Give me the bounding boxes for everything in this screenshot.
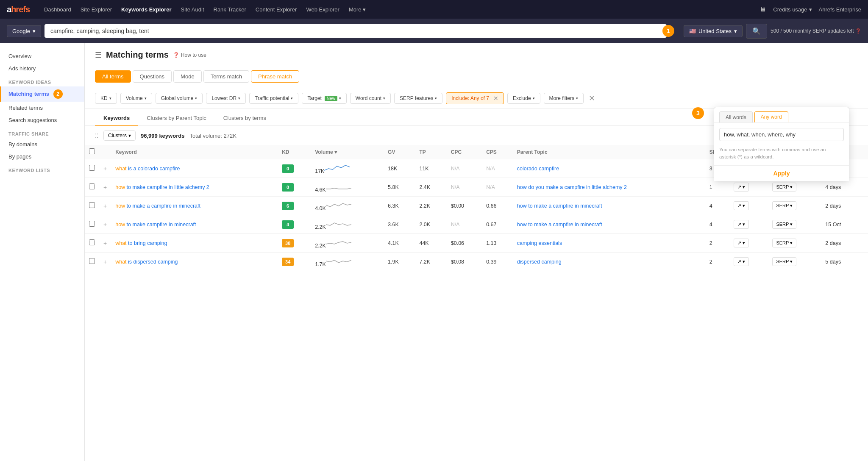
nav-content-explorer[interactable]: Content Explorer bbox=[251, 5, 301, 14]
tab-questions[interactable]: Questions bbox=[133, 70, 172, 83]
tab-phrase-match[interactable]: Phrase match bbox=[251, 70, 299, 83]
ahrefs-logo[interactable]: ahrefs bbox=[7, 5, 30, 14]
nav-web-explorer[interactable]: Web Explorer bbox=[302, 5, 344, 14]
th-kd[interactable]: KD bbox=[278, 145, 311, 159]
th-volume[interactable]: Volume ▾ bbox=[311, 145, 384, 159]
row-checkbox[interactable] bbox=[89, 165, 95, 171]
parent-topic-link[interactable]: camping essentials bbox=[517, 240, 562, 246]
trend-button[interactable]: ↗ ▾ bbox=[734, 220, 749, 229]
keyword-link[interactable]: is dispersed camping bbox=[128, 259, 178, 265]
filter-volume[interactable]: Volume ▾ bbox=[120, 93, 152, 104]
th-keyword[interactable]: Keyword bbox=[111, 145, 278, 159]
sidebar-item-matching-terms[interactable]: Matching terms 2 bbox=[0, 86, 84, 102]
nav-rank-tracker[interactable]: Rank Tracker bbox=[209, 5, 250, 14]
serp-button[interactable]: SERP ▾ bbox=[772, 201, 796, 210]
view-tab-clusters-parent[interactable]: Clusters by Parent Topic bbox=[138, 111, 215, 126]
serp-button[interactable]: SERP ▾ bbox=[772, 220, 796, 229]
filter-word-count[interactable]: Word count ▾ bbox=[350, 93, 391, 104]
parent-topic-link[interactable]: how to make a campfire in minecraft bbox=[517, 203, 602, 209]
th-gv[interactable]: GV bbox=[384, 145, 415, 159]
sidebar-item-search-suggestions[interactable]: Search suggestions bbox=[0, 114, 84, 126]
add-icon[interactable]: + bbox=[103, 221, 107, 228]
filter-exclude[interactable]: Exclude ▾ bbox=[507, 93, 540, 104]
include-close-icon[interactable]: ✕ bbox=[493, 95, 498, 102]
sidebar-item-ads-history[interactable]: Ads history bbox=[0, 62, 84, 75]
serp-button[interactable]: SERP ▾ bbox=[772, 183, 796, 192]
parent-topic-link[interactable]: how to make a campfire in minecraft bbox=[517, 222, 602, 228]
row-checkbox[interactable] bbox=[89, 202, 95, 208]
keyword-link[interactable]: to make campfire in little alchemy 2 bbox=[127, 184, 209, 190]
keyword-link[interactable]: to bring camping bbox=[128, 240, 167, 246]
add-icon[interactable]: + bbox=[103, 203, 107, 209]
tab-terms-match[interactable]: Terms match bbox=[203, 70, 249, 83]
row-serp-button: SERP ▾ bbox=[768, 234, 821, 253]
tab-all-terms[interactable]: All terms bbox=[95, 70, 131, 83]
add-icon[interactable]: + bbox=[103, 184, 107, 191]
sidebar-item-overview[interactable]: Overview bbox=[0, 50, 84, 62]
country-selector[interactable]: 🇺🇸 United States ▾ bbox=[684, 25, 743, 37]
filter-target[interactable]: Target New ▾ bbox=[302, 93, 346, 104]
filter-traffic-potential[interactable]: Traffic potential ▾ bbox=[249, 93, 298, 104]
parent-topic-link[interactable]: how do you make a campfire in little alc… bbox=[517, 184, 627, 190]
serp-button[interactable]: SERP ▾ bbox=[772, 257, 796, 266]
filter-serp-features[interactable]: SERP features ▾ bbox=[394, 93, 442, 104]
view-tab-clusters-terms[interactable]: Clusters by terms bbox=[215, 111, 275, 126]
how-to-link[interactable]: ❓ How to use bbox=[173, 52, 206, 58]
th-tp[interactable]: TP bbox=[415, 145, 446, 159]
add-icon[interactable]: + bbox=[103, 258, 107, 265]
trend-button[interactable]: ↗ ▾ bbox=[734, 257, 749, 266]
nav-dashboard[interactable]: Dashboard bbox=[40, 5, 75, 14]
enterprise-link[interactable]: Ahrefs Enterprise bbox=[819, 6, 861, 13]
nav-site-audit[interactable]: Site Audit bbox=[177, 5, 209, 14]
sidebar-item-by-domains[interactable]: By domains bbox=[0, 138, 84, 150]
row-cpc: $0.00 bbox=[447, 197, 482, 215]
row-checkbox[interactable] bbox=[89, 258, 95, 264]
trend-button[interactable]: ↗ ▾ bbox=[734, 239, 749, 247]
nav-site-explorer[interactable]: Site Explorer bbox=[76, 5, 116, 14]
keyword-highlight: what bbox=[115, 240, 126, 246]
engine-selector[interactable]: Google ▾ bbox=[7, 25, 41, 37]
parent-topic-link[interactable]: colorado campfire bbox=[517, 166, 559, 172]
th-cps[interactable]: CPS bbox=[482, 145, 513, 159]
keyword-link[interactable]: to make campfire in minecraft bbox=[127, 222, 196, 228]
row-checkbox[interactable] bbox=[89, 183, 95, 189]
include-button[interactable]: Include: Any of 7 ✕ bbox=[446, 92, 504, 104]
row-gv: 5.8K bbox=[384, 178, 415, 197]
keyword-link[interactable]: to make a campfire in minecraft bbox=[127, 203, 200, 209]
add-icon[interactable]: + bbox=[103, 165, 107, 172]
filter-more-filters[interactable]: More filters ▾ bbox=[544, 93, 584, 104]
select-all-checkbox[interactable] bbox=[89, 148, 95, 154]
filter-kd[interactable]: KD ▾ bbox=[95, 93, 117, 104]
hamburger-icon[interactable]: ☰ bbox=[95, 50, 102, 60]
row-checkbox[interactable] bbox=[89, 239, 95, 245]
popup-tab-any-word[interactable]: Any word bbox=[754, 111, 788, 122]
th-cpc[interactable]: CPC bbox=[447, 145, 482, 159]
nav-keywords-explorer[interactable]: Keywords Explorer bbox=[117, 5, 176, 14]
nav-more[interactable]: More ▾ bbox=[345, 5, 370, 14]
th-parent-topic[interactable]: Parent Topic bbox=[513, 145, 705, 159]
clusters-button[interactable]: Clusters ▾ bbox=[103, 131, 136, 141]
row-add-cell: + bbox=[99, 178, 111, 197]
search-input[interactable] bbox=[45, 24, 667, 38]
search-button[interactable]: 🔍 bbox=[746, 24, 767, 39]
popup-apply-button[interactable]: Apply bbox=[714, 165, 849, 181]
serp-button[interactable]: SERP ▾ bbox=[772, 239, 796, 247]
filters-clear-icon[interactable]: ✕ bbox=[589, 94, 595, 103]
add-icon[interactable]: + bbox=[103, 240, 107, 247]
keyword-link[interactable]: is a colorado campfire bbox=[128, 166, 180, 172]
view-tab-keywords[interactable]: Keywords bbox=[95, 111, 138, 126]
row-checkbox-cell bbox=[85, 178, 99, 197]
tab-mode[interactable]: Mode bbox=[173, 70, 202, 83]
popup-tab-all-words[interactable]: All words bbox=[719, 111, 753, 122]
popup-keyword-input[interactable] bbox=[719, 128, 844, 141]
search-input-wrap: 1 bbox=[45, 24, 667, 38]
trend-button[interactable]: ↗ ▾ bbox=[734, 201, 749, 210]
credits-usage-link[interactable]: Credits usage ▾ bbox=[773, 6, 812, 13]
row-checkbox[interactable] bbox=[89, 221, 95, 227]
parent-topic-link[interactable]: dispersed camping bbox=[517, 259, 562, 265]
sidebar-item-by-pages[interactable]: By pages bbox=[0, 150, 84, 163]
filter-global-volume[interactable]: Global volume ▾ bbox=[156, 93, 203, 104]
trend-button[interactable]: ↗ ▾ bbox=[734, 183, 749, 192]
filter-lowest-dr[interactable]: Lowest DR ▾ bbox=[206, 93, 246, 104]
sidebar-item-related-terms[interactable]: Related terms bbox=[0, 102, 84, 114]
